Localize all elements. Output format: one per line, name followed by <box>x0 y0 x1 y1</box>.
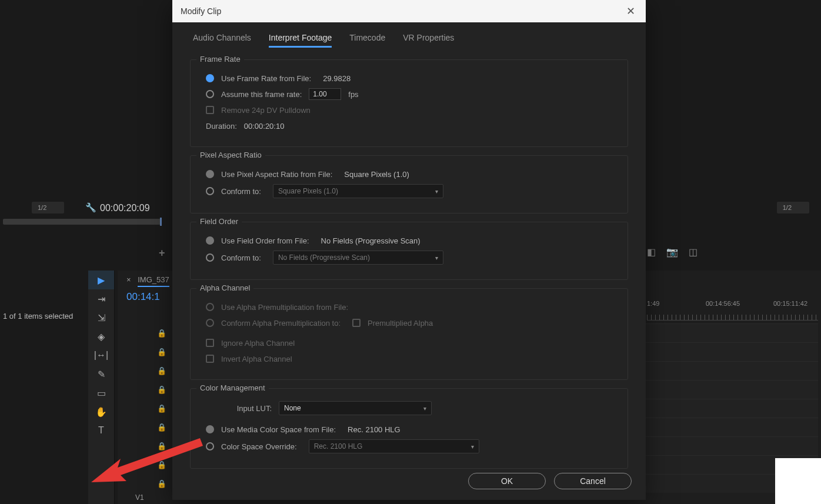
cancel-button[interactable]: Cancel <box>554 473 632 489</box>
section-color-management: Color Management Input LUT: None▾ Use Me… <box>190 388 628 469</box>
radio-use-media-color-space[interactable] <box>206 425 214 433</box>
project-selection-status: 1 of 1 items selected <box>3 312 73 321</box>
monitor-icons: ◧ 📷 ◫ <box>647 246 697 258</box>
field-order-value: No Fields (Progressive Scan) <box>321 236 420 245</box>
duration-value: 00:00:20:10 <box>244 122 285 131</box>
color-space-override-select[interactable]: Rec. 2100 HLG▾ <box>309 439 479 453</box>
section-frame-rate: Frame Rate Use Frame Rate from File: 29.… <box>190 59 628 147</box>
radio-use-field-order-from-file[interactable] <box>206 236 214 245</box>
hand-tool[interactable]: ✋ <box>88 402 114 421</box>
type-tool[interactable]: T <box>88 421 114 440</box>
checkbox-invert-alpha <box>206 355 214 363</box>
radio-use-alpha-from-file <box>206 303 214 311</box>
radio-use-frame-rate-from-file[interactable] <box>206 74 214 82</box>
rate-stretch-tool[interactable]: ◈ <box>88 327 114 346</box>
source-scrollbar[interactable] <box>3 219 162 225</box>
media-color-space-value: Rec. 2100 HLG <box>348 425 401 434</box>
source-timecode: 00:00:20:09 <box>100 203 150 213</box>
frame-rate-value: 29.9828 <box>323 74 351 83</box>
dialog-footer: OK Cancel <box>468 473 632 489</box>
checkbox-premultiplied-alpha <box>352 319 361 327</box>
par-value: Square Pixels (1.0) <box>344 170 409 179</box>
playhead-timecode[interactable]: 00:14:1 <box>126 291 160 303</box>
radio-color-space-override[interactable] <box>206 442 214 450</box>
pen-tool[interactable]: ✎ <box>88 365 114 383</box>
section-field-order: Field Order Use Field Order from File: N… <box>190 222 628 280</box>
checkbox-remove-24p-pulldown <box>206 106 214 114</box>
section-pixel-aspect-ratio: Pixel Aspect Ratio Use Pixel Aspect Rati… <box>190 155 628 213</box>
dialog-title: Modify Clip <box>181 6 221 16</box>
add-panel-icon[interactable]: + <box>159 247 165 259</box>
ripple-tool[interactable]: ⇲ <box>88 308 114 327</box>
camera-icon[interactable]: 📷 <box>666 246 678 258</box>
radio-field-conform-to[interactable] <box>206 253 214 262</box>
section-alpha-channel: Alpha Channel Use Alpha Premultiplicatio… <box>190 288 628 380</box>
sequence-tab[interactable]: × IMG_537 <box>126 275 169 284</box>
compare-icon[interactable]: ◫ <box>689 246 697 258</box>
section-label: Alpha Channel <box>196 283 253 292</box>
tools-panel: ▶ ⇥ ⇲ ◈ |↔| ✎ ▭ ✋ T <box>88 271 115 504</box>
close-icon[interactable]: ✕ <box>624 2 638 20</box>
radio-alpha-conform-to <box>206 319 214 327</box>
tab-vr-properties[interactable]: VR Properties <box>403 33 454 48</box>
zoom-left[interactable]: 1/2 <box>32 202 64 213</box>
dialog-tabs: Audio Channels Interpret Footage Timecod… <box>193 33 628 48</box>
assume-frame-rate-input[interactable] <box>309 88 341 100</box>
track-select-tool[interactable]: ⇥ <box>88 289 114 308</box>
track-v1-label[interactable]: V1 <box>135 493 144 502</box>
modify-clip-dialog: Modify Clip ✕ Audio Channels Interpret F… <box>172 0 646 500</box>
checkbox-ignore-alpha <box>206 339 214 347</box>
field-conform-select[interactable]: No Fields (Progressive Scan)▾ <box>273 251 443 265</box>
section-label: Field Order <box>196 217 242 226</box>
rectangle-tool[interactable]: ▭ <box>88 383 114 402</box>
zoom-right[interactable]: 1/2 <box>777 202 809 213</box>
section-label: Pixel Aspect Ratio <box>196 151 265 159</box>
radio-par-conform-to[interactable] <box>206 187 214 195</box>
wrench-icon[interactable]: 🔧 <box>85 202 96 213</box>
razor-tool[interactable]: |↔| <box>88 346 114 365</box>
section-label: Frame Rate <box>196 55 244 64</box>
watermark-square <box>775 458 821 504</box>
tab-interpret-footage[interactable]: Interpret Footage <box>269 33 332 48</box>
dialog-titlebar: Modify Clip ✕ <box>172 0 646 22</box>
ok-button[interactable]: OK <box>468 473 546 489</box>
section-label: Color Management <box>196 383 269 392</box>
radio-assume-frame-rate[interactable] <box>206 90 214 98</box>
radio-use-par-from-file[interactable] <box>206 170 214 178</box>
tab-timecode[interactable]: Timecode <box>349 33 385 48</box>
marker-icon[interactable]: ◧ <box>647 246 656 258</box>
close-tab-icon[interactable]: × <box>126 275 131 284</box>
input-lut-select[interactable]: None▾ <box>279 401 432 415</box>
selection-tool[interactable]: ▶ <box>88 271 114 289</box>
par-conform-select[interactable]: Square Pixels (1.0)▾ <box>273 184 443 198</box>
tab-audio-channels[interactable]: Audio Channels <box>193 33 251 48</box>
